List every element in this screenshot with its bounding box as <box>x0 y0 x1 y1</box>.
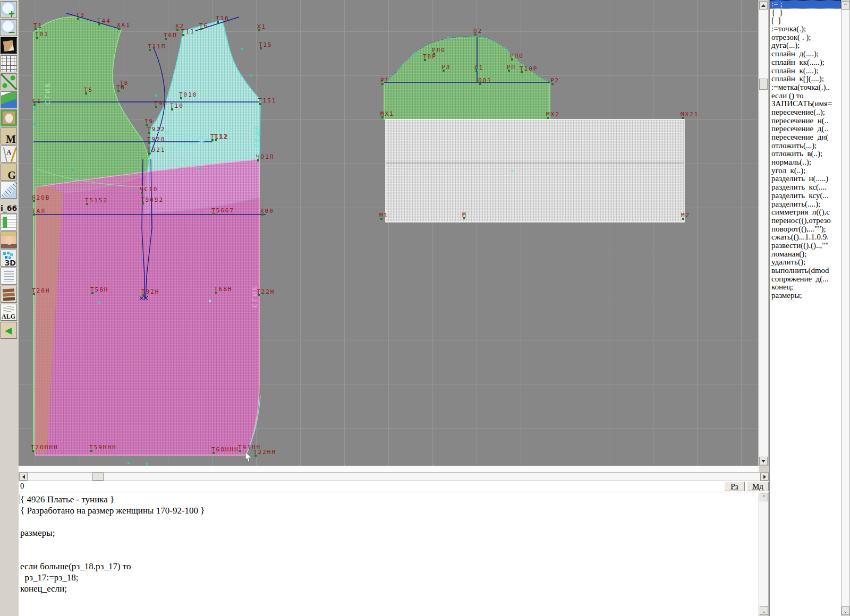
command-item[interactable]: ломаная(); <box>770 250 841 259</box>
md-button[interactable]: Мд <box>747 482 769 491</box>
command-item[interactable]: пересечение дн( <box>770 133 841 142</box>
draft-tool[interactable]: A <box>1 146 17 162</box>
point-label: Т2ОННН <box>31 444 58 451</box>
rz-button[interactable]: Рз <box>724 482 745 491</box>
canvas-vscrollbar[interactable] <box>758 0 769 466</box>
command-item[interactable]: если () то <box>770 92 841 100</box>
down-arrow-icon <box>761 460 766 463</box>
export-tool[interactable]: ◀ <box>1 322 17 339</box>
editor-scroll-down-button[interactable]: ⌄ <box>760 606 768 615</box>
scroll-down-button[interactable] <box>759 457 768 465</box>
point-label: Т44 <box>97 18 111 24</box>
point-label: Т3 <box>76 12 85 19</box>
canvas-hscrollbar[interactable] <box>19 472 769 481</box>
panel-scroll-up-button[interactable]: ⌃ <box>842 1 849 10</box>
pattern-m-tool[interactable]: M <box>1 127 17 144</box>
command-item[interactable]: выполнить(dmod <box>770 267 841 275</box>
pattern-g-tool-glyph: G <box>7 169 16 181</box>
command-item[interactable]: := ; <box>770 0 841 8</box>
pattern-g-tool[interactable]: G <box>1 164 17 181</box>
fabric-rect-piece[interactable] <box>386 119 684 222</box>
command-item[interactable]: ЗАПИСАТЬ(имя= <box>770 100 841 108</box>
point-label: Х1 <box>257 23 266 30</box>
command-item[interactable]: сплайн к[](....); <box>770 75 841 83</box>
scroll-left-button[interactable] <box>19 473 28 481</box>
model-photo-tool[interactable] <box>1 232 17 249</box>
command-item[interactable]: удалить(); <box>770 258 841 267</box>
command-item[interactable]: перенос((),отрезо <box>770 217 841 225</box>
ruler-tool[interactable] <box>1 182 17 199</box>
editor-vscrollbar[interactable]: ⌃ ⌄ <box>759 492 769 616</box>
script-text-tool[interactable] <box>1 268 17 285</box>
chevron-down-icon: ⌄ <box>762 608 766 614</box>
point-label: О2 <box>473 28 482 35</box>
point-label: Т8Р <box>423 53 437 60</box>
command-panel: := ;{ }[ ]:=точка(.);отрезок( . );дуга(.… <box>769 0 841 616</box>
command-item[interactable]: :=метка(точка(.).. <box>770 83 841 92</box>
command-item[interactable]: пересечение д(.. <box>770 125 841 133</box>
command-item[interactable]: [ ] <box>770 16 841 25</box>
command-item[interactable]: { } <box>770 8 841 17</box>
point-label: Т922 <box>147 126 166 133</box>
library-tool[interactable] <box>1 286 17 303</box>
point-label: Т12 <box>214 133 228 140</box>
command-item[interactable]: пересечение(..); <box>770 108 841 117</box>
view-3d-tool[interactable]: 3D <box>1 250 17 267</box>
command-item[interactable]: конец; <box>770 283 841 292</box>
point-label: Т9092 <box>141 196 164 203</box>
command-list: := ;{ }[ ]:=точка(.);отрезок( . );дуга(.… <box>770 0 841 300</box>
chevron-up-icon: ⌃ <box>762 494 766 500</box>
point-label: Р2 <box>550 77 559 84</box>
command-item[interactable]: разделить ксу(... <box>770 192 841 200</box>
command-item[interactable]: отрезок( . ); <box>770 33 841 42</box>
point-label: Т8 <box>116 84 125 91</box>
command-item[interactable]: нормаль(..); <box>770 158 841 167</box>
command-item[interactable]: размеры; <box>770 292 841 300</box>
command-item[interactable]: сжать(()...1.1.0.9. <box>770 233 841 242</box>
drawing-canvas[interactable]: Т1Т01Т3Т44ХА1Х2Т11Т6ПТ6Т16Х1Т15Т11ПТ5Т8Т… <box>19 0 758 466</box>
panel-vscrollbar[interactable]: ⌃ ⌄ <box>841 0 850 616</box>
algorithm-tool[interactable]: ALG <box>1 304 17 321</box>
code-line <box>19 550 759 561</box>
command-item[interactable]: сплайн к(....); <box>770 67 841 75</box>
command-item[interactable]: развести(().()..,"" <box>770 242 841 250</box>
command-item[interactable]: сопряжение д(... <box>770 275 841 284</box>
command-item[interactable]: сплайн кк(.....); <box>770 58 841 67</box>
zoom-out-tool[interactable]: − <box>1 19 17 36</box>
command-item[interactable]: разделить н(.....) <box>770 175 841 183</box>
command-item[interactable]: дуга(...); <box>770 41 841 50</box>
skirt-piece[interactable] <box>35 159 259 455</box>
script-editor[interactable]: { 4926 Платье - туника }{ Разработано на… <box>19 492 759 616</box>
command-item[interactable]: симметрия л((),с <box>770 208 841 217</box>
left-arrow-icon <box>22 475 25 479</box>
code-line <box>19 516 759 527</box>
vscroll-thumb[interactable] <box>759 79 768 90</box>
image-view-tool[interactable] <box>1 91 17 108</box>
command-item[interactable]: разделить(....); <box>770 200 841 209</box>
command-item[interactable]: поворот((),...""); <box>770 225 841 234</box>
zoom-in-tool[interactable]: + <box>1 1 17 18</box>
pattern-view-tool[interactable] <box>1 37 17 54</box>
hscroll-thumb[interactable] <box>92 473 104 481</box>
command-item[interactable]: сплайн д(....); <box>770 50 841 58</box>
panel-scroll-down-button[interactable]: ⌄ <box>842 606 849 615</box>
point-label: Т11 <box>181 28 195 35</box>
point-label: ЧС10 <box>140 186 158 193</box>
scroll-right-button[interactable] <box>760 473 769 481</box>
command-item[interactable]: угол к(..); <box>770 167 841 175</box>
sleeve-piece[interactable] <box>384 36 550 119</box>
measure-tool[interactable] <box>1 73 17 90</box>
right-arrow-icon <box>763 475 766 479</box>
command-item[interactable]: :=точка(.); <box>770 25 841 33</box>
command-item[interactable]: разделить кс(.... <box>770 183 841 192</box>
pattern-edit-tool[interactable] <box>1 109 17 126</box>
scroll-up-button[interactable] <box>759 1 768 10</box>
editor-scroll-up-button[interactable]: ⌃ <box>760 493 768 501</box>
command-item[interactable]: пересечение н(.. <box>770 117 841 125</box>
command-item[interactable]: отложить в(..); <box>770 150 841 158</box>
size-table-tool[interactable] <box>1 213 17 230</box>
point-label: ТАЛ <box>32 208 46 215</box>
command-item[interactable]: отложить(...); <box>770 142 841 150</box>
grid-tool[interactable] <box>1 55 17 72</box>
point-label: Т5667 <box>211 207 234 214</box>
